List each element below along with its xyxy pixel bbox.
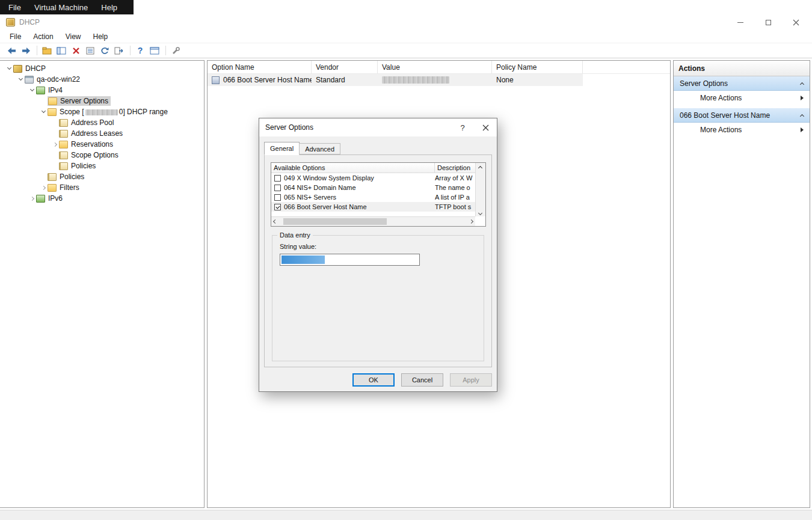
tree-item-ipv6[interactable]: IPv6: [0, 193, 204, 204]
tree-item-reservations[interactable]: Reservations: [0, 139, 204, 150]
tree-item-label: Scope Options: [71, 151, 118, 159]
column-option-name[interactable]: Option Name: [208, 61, 312, 73]
close-icon: [793, 19, 799, 26]
option-065-nis-servers[interactable]: 065 NIS+ Servers A list of IP a: [271, 192, 475, 202]
actions-section-label: Server Options: [680, 79, 728, 88]
tree-item-policies[interactable]: Policies: [0, 171, 204, 182]
option-066-boot-server-host-name[interactable]: 066 Boot Server Host Name TFTP boot s: [271, 202, 475, 212]
tree-item-scope-policies[interactable]: Policies: [0, 161, 204, 171]
toolbar: ?: [0, 43, 812, 58]
submenu-arrow-icon: [801, 127, 804, 132]
column-policy-name[interactable]: Policy Name: [492, 61, 583, 73]
properties-button[interactable]: [84, 44, 97, 57]
cancel-button[interactable]: Cancel: [401, 373, 443, 387]
menu-view[interactable]: View: [60, 32, 87, 41]
horizontal-scrollbar[interactable]: [271, 216, 475, 226]
tree-item-qa-odc-win22[interactable]: qa-odc-win22: [0, 74, 204, 85]
scrollbar-thumb[interactable]: [283, 218, 387, 225]
minimize-button[interactable]: [727, 14, 754, 30]
more-actions-server-options[interactable]: More Actions: [674, 91, 810, 105]
vertical-scrollbar[interactable]: [475, 163, 485, 216]
show-hide-console-tree-button[interactable]: [55, 44, 68, 57]
column-vendor[interactable]: Vendor: [312, 61, 378, 73]
checkbox-unchecked-icon[interactable]: [274, 175, 281, 182]
cell-policy-name: None: [492, 76, 583, 84]
export-list-button[interactable]: [112, 44, 126, 57]
folder-up-icon: [42, 47, 52, 55]
reservations-icon: [59, 141, 68, 148]
checkbox-checked-icon[interactable]: [274, 204, 281, 210]
more-actions-label: More Actions: [700, 126, 742, 134]
tree-item-server-options[interactable]: Server Options: [0, 96, 204, 106]
tree-item-scope[interactable]: Scope [0] DHCP range: [0, 106, 204, 117]
maximize-button[interactable]: [754, 14, 782, 30]
available-options-listbox: Available Options Description 049 X Wind…: [271, 162, 486, 227]
tree-item-address-leases[interactable]: Address Leases: [0, 128, 204, 139]
tree-item-ipv4[interactable]: IPv4: [0, 85, 204, 96]
forward-button[interactable]: [19, 44, 32, 57]
cell-value: [378, 76, 492, 84]
expander-icon[interactable]: [28, 194, 36, 203]
expander-icon: [51, 162, 59, 170]
status-bar: [0, 510, 812, 520]
expander-icon: [39, 97, 48, 105]
expander-icon[interactable]: [39, 183, 48, 192]
expander-icon[interactable]: [16, 75, 25, 84]
server-icon: [25, 76, 34, 84]
back-button[interactable]: [5, 44, 18, 57]
vm-menu-virtual-machine[interactable]: Virtual Machine: [34, 3, 88, 12]
server-options-dialog: Server Options ? General Advanced Availa…: [259, 118, 497, 392]
tree-item-filters[interactable]: Filters: [0, 182, 204, 193]
tab-advanced[interactable]: Advanced: [299, 143, 340, 154]
actions-section-server-options[interactable]: Server Options: [674, 76, 810, 91]
cell-vendor: Standard: [312, 76, 378, 84]
expander-icon[interactable]: [5, 64, 13, 73]
menu-help[interactable]: Help: [87, 32, 114, 41]
checkbox-unchecked-icon[interactable]: [274, 185, 281, 191]
vm-menubar: File Virtual Machine Help: [0, 0, 134, 14]
checkbox-unchecked-icon[interactable]: [274, 194, 281, 201]
scroll-left-icon[interactable]: [273, 219, 277, 224]
menu-action[interactable]: Action: [27, 32, 59, 41]
vm-menu-help[interactable]: Help: [101, 3, 117, 12]
selected-highlight: Server Options: [48, 96, 111, 106]
ok-button[interactable]: OK: [352, 373, 395, 387]
ipv4-icon: [36, 87, 45, 94]
list-row-066-boot-server-host-name[interactable]: 066 Boot Server Host Name Standard None: [208, 74, 583, 86]
menu-file[interactable]: File: [4, 32, 27, 41]
ipv6-icon: [36, 195, 45, 203]
scroll-up-icon[interactable]: [478, 166, 482, 170]
more-actions-066-boot-server-host-name[interactable]: More Actions: [674, 123, 810, 137]
console-window-button[interactable]: [148, 44, 161, 57]
expander-icon[interactable]: [51, 140, 59, 148]
tree-item-scope-options[interactable]: Scope Options: [0, 150, 204, 161]
refresh-button[interactable]: [98, 44, 111, 57]
actions-section-066-boot-server-host-name[interactable]: 066 Boot Server Host Name: [674, 108, 810, 123]
column-description[interactable]: Description: [435, 163, 475, 173]
dialog-help-button[interactable]: ?: [451, 118, 474, 136]
close-icon: [482, 124, 489, 131]
column-value[interactable]: Value: [378, 61, 492, 73]
options-button[interactable]: [169, 44, 182, 57]
option-064-nis-domain-name[interactable]: 064 NIS+ Domain Name The name o: [271, 183, 475, 192]
dialog-close-button[interactable]: [474, 118, 497, 136]
tree-item-dhcp[interactable]: DHCP: [0, 63, 204, 74]
vm-menu-file[interactable]: File: [8, 3, 21, 12]
column-available-options[interactable]: Available Options: [271, 163, 435, 173]
option-049-x-window-system-display[interactable]: 049 X Window System Display Array of X W: [271, 173, 475, 183]
delete-button[interactable]: [69, 44, 82, 57]
expander-icon[interactable]: [39, 108, 48, 116]
up-one-level-button[interactable]: [40, 44, 54, 57]
scroll-down-icon[interactable]: [478, 211, 482, 215]
redacted-value: [382, 76, 449, 84]
help-button[interactable]: ?: [134, 44, 147, 57]
scroll-right-icon[interactable]: [469, 219, 473, 224]
policies-icon: [59, 162, 68, 170]
tree-item-address-pool[interactable]: Address Pool: [0, 117, 204, 128]
string-value-input[interactable]: [280, 254, 420, 266]
maximize-icon: [766, 20, 771, 25]
tab-general[interactable]: General: [264, 142, 300, 155]
console-window-icon: [150, 47, 159, 55]
expander-icon[interactable]: [28, 86, 36, 94]
close-button[interactable]: [782, 14, 810, 30]
